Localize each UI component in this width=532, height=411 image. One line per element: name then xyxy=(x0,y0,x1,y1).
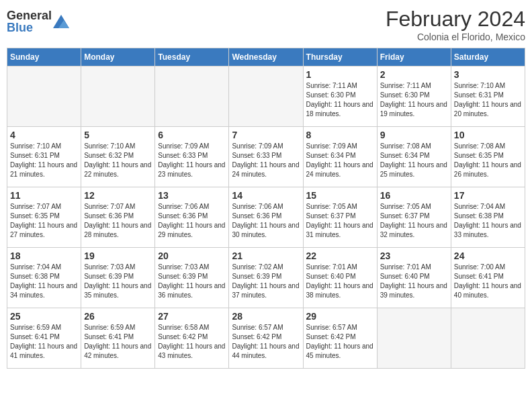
day-number: 3 xyxy=(454,69,522,80)
calendar-cell xyxy=(229,66,303,127)
day-info: Sunrise: 7:05 AM Sunset: 6:37 PM Dayligh… xyxy=(380,202,448,240)
day-info: Sunrise: 7:08 AM Sunset: 6:35 PM Dayligh… xyxy=(454,142,522,179)
calendar-cell: 17Sunrise: 7:04 AM Sunset: 6:38 PM Dayli… xyxy=(451,187,525,248)
calendar-cell: 16Sunrise: 7:05 AM Sunset: 6:37 PM Dayli… xyxy=(377,187,451,248)
day-number: 28 xyxy=(232,311,300,322)
day-number: 2 xyxy=(380,69,448,80)
day-number: 22 xyxy=(306,250,374,261)
calendar-cell: 28Sunrise: 6:57 AM Sunset: 6:42 PM Dayli… xyxy=(229,308,303,369)
header: General Blue February 2024 Colonia el Fl… xyxy=(7,7,525,42)
calendar-cell xyxy=(451,308,525,369)
title-area: February 2024 Colonia el Florido, Mexico xyxy=(386,7,525,42)
day-info: Sunrise: 6:58 AM Sunset: 6:42 PM Dayligh… xyxy=(158,323,226,361)
day-info: Sunrise: 7:07 AM Sunset: 6:35 PM Dayligh… xyxy=(10,202,78,240)
day-number: 8 xyxy=(306,130,374,140)
day-info: Sunrise: 7:04 AM Sunset: 6:38 PM Dayligh… xyxy=(10,263,78,300)
day-number: 24 xyxy=(454,250,522,261)
day-info: Sunrise: 7:03 AM Sunset: 6:39 PM Dayligh… xyxy=(158,263,226,300)
day-number: 5 xyxy=(84,130,152,140)
calendar-cell: 18Sunrise: 7:04 AM Sunset: 6:38 PM Dayli… xyxy=(7,248,81,308)
day-of-week-header: Saturday xyxy=(451,48,525,66)
day-info: Sunrise: 6:59 AM Sunset: 6:41 PM Dayligh… xyxy=(10,323,78,361)
day-info: Sunrise: 7:02 AM Sunset: 6:39 PM Dayligh… xyxy=(232,263,300,300)
calendar-cell: 13Sunrise: 7:06 AM Sunset: 6:36 PM Dayli… xyxy=(155,187,229,248)
day-number: 25 xyxy=(10,311,78,322)
day-info: Sunrise: 7:09 AM Sunset: 6:34 PM Dayligh… xyxy=(306,142,374,179)
calendar-cell: 22Sunrise: 7:01 AM Sunset: 6:40 PM Dayli… xyxy=(303,248,377,308)
day-number: 19 xyxy=(84,250,152,261)
day-number: 9 xyxy=(380,130,448,140)
calendar-week-row: 1Sunrise: 7:11 AM Sunset: 6:30 PM Daylig… xyxy=(7,66,525,127)
day-info: Sunrise: 6:59 AM Sunset: 6:41 PM Dayligh… xyxy=(84,323,152,361)
day-number: 11 xyxy=(10,190,78,201)
day-info: Sunrise: 7:06 AM Sunset: 6:36 PM Dayligh… xyxy=(232,202,300,240)
logo-blue: Blue xyxy=(7,21,52,34)
calendar-cell xyxy=(155,66,229,127)
calendar-cell: 27Sunrise: 6:58 AM Sunset: 6:42 PM Dayli… xyxy=(155,308,229,369)
day-number: 20 xyxy=(158,250,226,261)
calendar-cell: 21Sunrise: 7:02 AM Sunset: 6:39 PM Dayli… xyxy=(229,248,303,308)
day-number: 23 xyxy=(380,250,448,261)
day-of-week-header: Monday xyxy=(81,48,155,66)
day-info: Sunrise: 7:01 AM Sunset: 6:40 PM Dayligh… xyxy=(306,263,374,300)
calendar-cell: 20Sunrise: 7:03 AM Sunset: 6:39 PM Dayli… xyxy=(155,248,229,308)
day-number: 1 xyxy=(306,69,374,80)
day-info: Sunrise: 7:08 AM Sunset: 6:34 PM Dayligh… xyxy=(380,142,448,179)
calendar-cell: 5Sunrise: 7:10 AM Sunset: 6:32 PM Daylig… xyxy=(81,127,155,187)
logo-icon xyxy=(53,15,69,28)
day-number: 29 xyxy=(306,311,374,322)
calendar-cell: 24Sunrise: 7:00 AM Sunset: 6:41 PM Dayli… xyxy=(451,248,525,308)
calendar-cell: 11Sunrise: 7:07 AM Sunset: 6:35 PM Dayli… xyxy=(7,187,81,248)
day-number: 26 xyxy=(84,311,152,322)
location: Colonia el Florido, Mexico xyxy=(386,32,525,42)
day-info: Sunrise: 7:04 AM Sunset: 6:38 PM Dayligh… xyxy=(454,202,522,240)
calendar-cell: 29Sunrise: 6:57 AM Sunset: 6:42 PM Dayli… xyxy=(303,308,377,369)
calendar-cell: 9Sunrise: 7:08 AM Sunset: 6:34 PM Daylig… xyxy=(377,127,451,187)
calendar-cell: 25Sunrise: 6:59 AM Sunset: 6:41 PM Dayli… xyxy=(7,308,81,369)
day-number: 7 xyxy=(232,130,300,140)
day-info: Sunrise: 7:11 AM Sunset: 6:30 PM Dayligh… xyxy=(380,81,448,119)
day-info: Sunrise: 7:03 AM Sunset: 6:39 PM Dayligh… xyxy=(84,263,152,300)
day-of-week-header: Friday xyxy=(377,48,451,66)
day-info: Sunrise: 7:11 AM Sunset: 6:30 PM Dayligh… xyxy=(306,81,374,119)
day-info: Sunrise: 7:07 AM Sunset: 6:36 PM Dayligh… xyxy=(84,202,152,240)
calendar-table: SundayMondayTuesdayWednesdayThursdayFrid… xyxy=(7,48,525,369)
day-number: 13 xyxy=(158,190,226,201)
day-number: 15 xyxy=(306,190,374,201)
calendar-cell: 8Sunrise: 7:09 AM Sunset: 6:34 PM Daylig… xyxy=(303,127,377,187)
month-year: February 2024 xyxy=(386,7,525,32)
calendar-cell xyxy=(377,308,451,369)
day-info: Sunrise: 7:05 AM Sunset: 6:37 PM Dayligh… xyxy=(306,202,374,240)
logo: General Blue xyxy=(7,9,69,34)
day-number: 27 xyxy=(158,311,226,322)
day-number: 17 xyxy=(454,190,522,201)
day-number: 16 xyxy=(380,190,448,201)
calendar-cell: 14Sunrise: 7:06 AM Sunset: 6:36 PM Dayli… xyxy=(229,187,303,248)
calendar-cell: 10Sunrise: 7:08 AM Sunset: 6:35 PM Dayli… xyxy=(451,127,525,187)
calendar-cell xyxy=(7,66,81,127)
day-info: Sunrise: 7:10 AM Sunset: 6:32 PM Dayligh… xyxy=(84,142,152,179)
day-number: 12 xyxy=(84,190,152,201)
day-number: 10 xyxy=(454,130,522,140)
day-info: Sunrise: 7:00 AM Sunset: 6:41 PM Dayligh… xyxy=(454,263,522,300)
logo-general: General xyxy=(7,9,52,21)
calendar-cell: 2Sunrise: 7:11 AM Sunset: 6:30 PM Daylig… xyxy=(377,66,451,127)
day-info: Sunrise: 7:09 AM Sunset: 6:33 PM Dayligh… xyxy=(232,142,300,179)
day-of-week-header: Tuesday xyxy=(155,48,229,66)
day-info: Sunrise: 6:57 AM Sunset: 6:42 PM Dayligh… xyxy=(306,323,374,361)
calendar-cell: 12Sunrise: 7:07 AM Sunset: 6:36 PM Dayli… xyxy=(81,187,155,248)
day-number: 14 xyxy=(232,190,300,201)
calendar-week-row: 4Sunrise: 7:10 AM Sunset: 6:31 PM Daylig… xyxy=(7,127,525,187)
calendar-cell: 19Sunrise: 7:03 AM Sunset: 6:39 PM Dayli… xyxy=(81,248,155,308)
day-info: Sunrise: 7:10 AM Sunset: 6:31 PM Dayligh… xyxy=(10,142,78,179)
calendar-cell: 6Sunrise: 7:09 AM Sunset: 6:33 PM Daylig… xyxy=(155,127,229,187)
calendar-week-row: 18Sunrise: 7:04 AM Sunset: 6:38 PM Dayli… xyxy=(7,248,525,308)
day-of-week-header: Thursday xyxy=(303,48,377,66)
day-info: Sunrise: 7:10 AM Sunset: 6:31 PM Dayligh… xyxy=(454,81,522,119)
calendar-cell: 15Sunrise: 7:05 AM Sunset: 6:37 PM Dayli… xyxy=(303,187,377,248)
day-number: 18 xyxy=(10,250,78,261)
day-number: 4 xyxy=(10,130,78,140)
calendar-cell: 26Sunrise: 6:59 AM Sunset: 6:41 PM Dayli… xyxy=(81,308,155,369)
day-number: 6 xyxy=(158,130,226,140)
calendar-cell: 4Sunrise: 7:10 AM Sunset: 6:31 PM Daylig… xyxy=(7,127,81,187)
